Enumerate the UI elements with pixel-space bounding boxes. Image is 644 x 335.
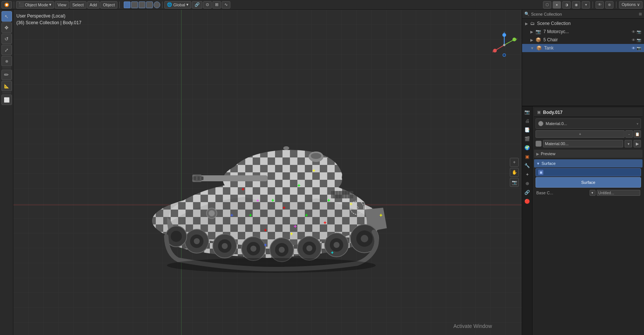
world-props-btn[interactable]: 🌍 [523,144,531,152]
move-tool-btn[interactable]: ✥ [1,22,12,33]
modifier-props-btn[interactable]: 🔧 [523,162,531,170]
view-menu[interactable]: View [55,1,69,9]
snap-btn[interactable]: 🔗 [192,1,202,9]
outliner-filter-icon[interactable]: ⊞ [639,12,642,16]
select-box-1[interactable] [124,1,130,8]
mode-selector[interactable]: ⬛ Object Mode ▾ [16,1,54,9]
physics-btn[interactable]: ⊕ [523,179,531,188]
material-slot[interactable]: Material.0... ▾ [536,118,641,129]
header-icons-right: ⬡ ● ◑ ◉ ▾ 👁 ⊕ Options ∨ [543,1,643,9]
svg-point-41 [279,247,285,253]
add-menu[interactable]: Add [87,1,100,9]
lookdev-btn[interactable]: ◑ [562,1,571,9]
svg-point-52 [171,231,182,242]
outliner-scene-collection[interactable]: ▶ 🗂 Scene Collection [522,19,644,28]
wave-btn[interactable]: ∿ [222,1,230,9]
grid-btn[interactable]: ⊞ [212,1,221,9]
select-menu[interactable]: Select [70,1,86,9]
particles-btn[interactable]: ✦ [523,170,531,179]
add-cube-btn[interactable]: ⬜ [1,95,12,105]
global-icon: 🌐 [167,2,172,7]
select-box-3[interactable] [139,1,145,8]
wave-icon: ∿ [224,2,228,7]
measure-tool-btn[interactable]: 📐 [1,81,12,91]
material-new-btn[interactable]: ▶ [634,140,641,147]
surface-section-header[interactable]: ▼ Surface [534,159,643,168]
select-tool-btn[interactable]: ↖ [1,11,12,22]
render-props-btn[interactable]: 📷 [523,108,531,116]
node-tree-btn[interactable]: ◼ [536,168,641,176]
svg-rect-79 [331,191,353,198]
shading-dropdown[interactable]: ▾ [582,1,590,9]
material-browse-btn[interactable]: ▾ [625,140,632,147]
scale-tool-btn[interactable]: ⤢ [1,45,12,55]
surface-btn[interactable]: Surface [536,177,641,188]
solid-btn[interactable]: ● [553,1,561,9]
svg-rect-25 [198,176,200,180]
base-color-value[interactable]: Untitled... [597,190,641,196]
material-copy-btn[interactable]: 📋 [634,130,641,138]
material-props-btn[interactable]: 🔴 [523,197,531,205]
add-label: Add [90,3,97,7]
camera-btn[interactable]: 📷 [510,178,519,187]
left-toolbar: ↖ ✥ ↺ ⤢ ⊕ ✏ 📐 ⬜ [0,10,13,335]
object-menu[interactable]: Object [100,1,117,9]
viewport[interactable]: User Perspective (Local) (36) Scene Coll… [13,10,522,335]
preview-section-header[interactable]: ▶ Preview [534,150,643,158]
select-box-4[interactable] [146,1,153,8]
transform-global[interactable]: 🌐 Global ▾ [164,1,191,9]
svg-point-29 [283,146,289,150]
svg-text:+: + [305,212,308,218]
svg-text:+: + [264,242,267,248]
global-label: Global [173,3,185,7]
preview-arrow: ▶ [536,152,539,156]
annotate-tool-btn[interactable]: ✏ [1,70,12,80]
material-add-btn[interactable]: + [536,130,625,138]
options-btn[interactable]: Options ∨ [619,1,643,9]
transform-tool-btn[interactable]: ⊕ [1,56,12,66]
scene-props-btn[interactable]: 🎬 [523,135,531,143]
material-remove-btn[interactable]: - [625,130,633,138]
gizmo-btn[interactable]: ⊕ [605,1,613,9]
view-label: View [57,3,66,7]
tool-sep-2 [2,93,11,93]
hand-btn[interactable]: ✋ [510,168,519,177]
zoom-in-btn[interactable]: + [510,158,519,167]
select-box-5[interactable] [154,1,160,8]
object-icon: ▣ [537,110,541,115]
main-content: ↖ ✥ ↺ ⤢ ⊕ ✏ 📐 ⬜ User Perspective (Local)… [0,10,644,335]
base-color-type-btn[interactable]: ▾ [590,190,596,196]
outliner-header: 🔍 Scene Collection ⊞ [522,10,644,19]
svg-point-44 [306,245,312,251]
tool-sep-1 [2,68,11,68]
svg-point-35 [222,243,228,249]
rendered-btn[interactable]: ◉ [572,1,580,9]
overlays-btn[interactable]: 👁 [596,1,604,9]
object-props-btn[interactable]: ▣ [523,153,531,161]
preview-title: Preview [541,151,640,156]
blender-icon-btn[interactable] [1,1,12,9]
wireframe-btn[interactable]: ⬡ [543,1,551,9]
outliner-item-chair[interactable]: ▶ 📦 5 Chair 👁 📷 [522,36,644,44]
rotate-tool-btn[interactable]: ↺ [1,34,12,44]
constraint-btn[interactable]: 🔗 [523,188,531,197]
material-actions-row: + - 📋 [534,130,643,138]
top-toolbar: ⬛ Object Mode ▾ View Select Add Object 🌐… [0,0,644,10]
outliner-title: Scene Collection [531,12,637,16]
proportional-btn[interactable]: ⊙ [203,1,212,9]
select-box-2[interactable] [131,1,138,8]
material-name: Material.0... [546,121,634,126]
material-name-input[interactable]: Material.00... [543,140,623,147]
outliner-item-motorcycle[interactable]: ▶ 📷 7 Motorcyc... 👁 📷 [522,28,644,36]
svg-rect-26 [201,176,203,180]
output-props-btn[interactable]: 🖨 [523,117,531,125]
props-content: ▣ Body.017 Material.0... ▾ + - 📋 [533,106,644,335]
view-layer-btn[interactable]: 📑 [523,126,531,134]
outliner-item-tank[interactable]: ▼ 📦 Tank 👁 📷 [522,44,644,52]
mat-dot-2 [536,141,542,147]
svg-rect-21 [193,175,268,181]
preview-section: ▶ Preview [534,150,643,158]
tank-model: + + + + + + + + + + + + + + [126,76,409,284]
svg-text:+: + [282,205,285,211]
surface-arrow: ▼ [536,162,540,166]
